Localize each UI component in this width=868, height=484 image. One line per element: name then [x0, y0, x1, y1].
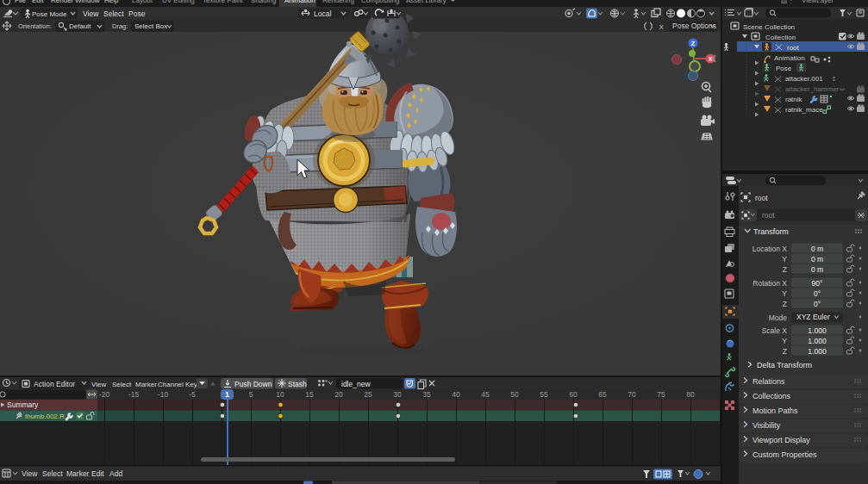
svg-text:Add: Add	[109, 469, 122, 478]
svg-text:Motion Paths: Motion Paths	[752, 406, 798, 415]
svg-text:Channel: Channel	[158, 381, 184, 388]
svg-text:1.000: 1.000	[808, 326, 827, 335]
svg-text:Z: Z	[783, 265, 787, 274]
svg-text:1: 1	[225, 390, 229, 399]
svg-text:Edit: Edit	[91, 469, 104, 478]
svg-text:X: X	[709, 56, 713, 62]
svg-text:Location X: Location X	[752, 245, 787, 253]
svg-text:90°: 90°	[812, 279, 823, 288]
svg-text:0 m: 0 m	[811, 255, 823, 264]
svg-text:45: 45	[481, 390, 490, 399]
svg-text:Select: Select	[42, 469, 63, 478]
svg-text:15: 15	[305, 390, 314, 399]
svg-text:Mode: Mode	[769, 313, 788, 322]
svg-text:35: 35	[422, 390, 431, 399]
svg-text:Summary: Summary	[7, 400, 39, 409]
svg-text:Z: Z	[691, 40, 696, 47]
svg-text:0 m: 0 m	[811, 265, 823, 274]
svg-text:Collections: Collections	[752, 392, 791, 400]
svg-text:Marker: Marker	[66, 469, 90, 478]
svg-text:75: 75	[657, 390, 665, 399]
svg-text:Stash: Stash	[288, 380, 307, 388]
svg-text:30: 30	[393, 390, 402, 399]
svg-text:Select Box: Select Box	[134, 22, 167, 30]
svg-text:Pose: Pose	[776, 65, 792, 72]
svg-text:ratnik: ratnik	[785, 96, 803, 103]
svg-text:View: View	[91, 381, 106, 388]
svg-text:Y: Y	[782, 289, 787, 298]
svg-text:70: 70	[628, 390, 636, 399]
svg-text:Pose Options: Pose Options	[672, 22, 716, 30]
svg-text:root: root	[755, 194, 768, 202]
svg-text:65: 65	[598, 390, 607, 399]
svg-text:Rotation X: Rotation X	[752, 279, 787, 288]
svg-text:View: View	[22, 469, 38, 478]
svg-text:-15: -15	[128, 390, 140, 399]
svg-text:60: 60	[569, 390, 578, 399]
svg-text:25: 25	[364, 390, 372, 399]
svg-text:attacker.001: attacker.001	[785, 75, 823, 83]
svg-text:View: View	[83, 9, 99, 18]
svg-text:80: 80	[686, 390, 695, 399]
svg-text:Y: Y	[782, 337, 787, 345]
svg-text:55: 55	[540, 390, 548, 399]
svg-text:Drag:: Drag:	[112, 22, 128, 30]
svg-text:XYZ Euler: XYZ Euler	[796, 313, 830, 321]
svg-text:Pose Mode: Pose Mode	[32, 10, 67, 18]
svg-text:20: 20	[334, 390, 343, 399]
svg-text:Marker: Marker	[135, 381, 157, 388]
svg-text:Select: Select	[112, 381, 132, 388]
svg-text:attacker_hammer: attacker_hammer	[785, 85, 840, 93]
svg-text:10: 10	[276, 390, 284, 399]
svg-text:X: X	[659, 23, 665, 31]
svg-text:Relations: Relations	[752, 377, 785, 386]
svg-text:Z: Z	[783, 347, 787, 356]
svg-text:1.000: 1.000	[808, 337, 827, 345]
svg-text:Delta Transform: Delta Transform	[757, 361, 812, 369]
svg-text:1.000: 1.000	[808, 347, 827, 356]
svg-text:Y: Y	[782, 255, 787, 264]
svg-text:-5: -5	[189, 390, 196, 399]
svg-text:root: root	[762, 211, 775, 220]
svg-text:Select: Select	[103, 9, 124, 18]
svg-text:-10: -10	[158, 390, 169, 399]
svg-text:Orientation:: Orientation:	[18, 22, 52, 30]
svg-text:Action Editor: Action Editor	[34, 380, 75, 388]
svg-text:Custom Properties: Custom Properties	[752, 450, 817, 459]
svg-text:0°: 0°	[814, 289, 821, 298]
svg-text:Animation: Animation	[774, 54, 805, 62]
svg-text:Default: Default	[69, 22, 91, 30]
svg-text:Transform: Transform	[753, 227, 789, 236]
svg-text:Viewport Display: Viewport Display	[752, 436, 810, 444]
svg-text:0°: 0°	[814, 300, 821, 308]
svg-text:40: 40	[452, 390, 460, 399]
svg-text:0 m: 0 m	[811, 245, 823, 253]
svg-text:Key: Key	[185, 381, 197, 388]
svg-text:Pose: Pose	[128, 9, 146, 18]
svg-text:ratnik_mace: ratnik_mace	[785, 106, 823, 114]
svg-text:Collection: Collection	[765, 34, 796, 41]
svg-text:Scale X: Scale X	[762, 326, 788, 335]
svg-text:thumb.002.R: thumb.002.R	[25, 413, 65, 420]
svg-text:-20: -20	[99, 390, 110, 399]
svg-text:Local: Local	[314, 9, 331, 18]
svg-text:Visibility: Visibility	[752, 421, 781, 430]
svg-text:idle_new: idle_new	[341, 380, 371, 388]
svg-text:root: root	[787, 44, 800, 52]
svg-text:Scene Collection: Scene Collection	[743, 23, 795, 31]
svg-text:Z: Z	[783, 300, 787, 308]
svg-text:50: 50	[510, 390, 519, 399]
svg-text:5: 5	[249, 390, 253, 399]
svg-text:Push Down: Push Down	[234, 380, 272, 388]
